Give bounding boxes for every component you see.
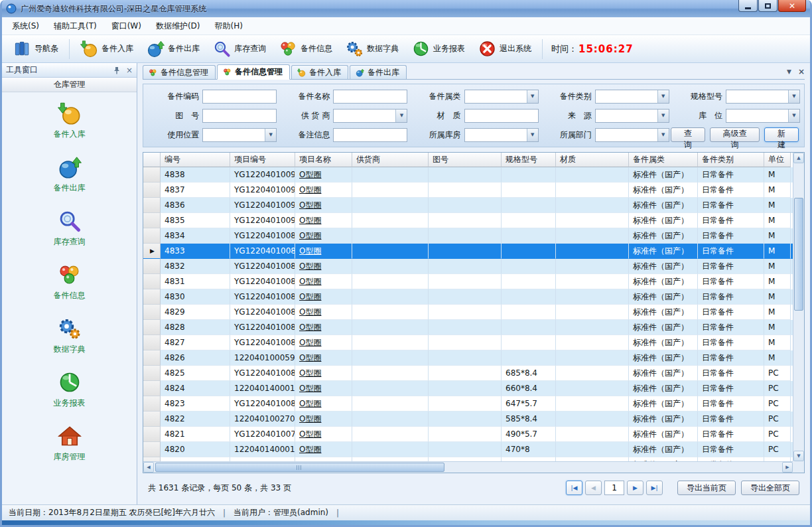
sidebar-item-data-dictionary[interactable]: 数据字典 [54,317,86,355]
maximize-button[interactable] [758,0,778,12]
table-row[interactable]: 4838YG12204010093O型圈标准件（国产）日常备件M [143,167,793,183]
material-input[interactable] [464,109,539,123]
chevron-down-icon[interactable]: ▼ [787,68,791,75]
department-select[interactable]: ▼ [595,128,669,142]
next-page-button[interactable]: ▶ [627,481,643,495]
spec-model-select[interactable]: ▼ [726,90,800,104]
menu-help[interactable]: 帮助(H) [208,17,250,35]
horizontal-scrollbar[interactable]: ◀ ▶ [143,461,793,473]
source-select[interactable]: ▼ [595,109,669,123]
table-row[interactable]: 48221220401002700O型圈585*8.4标准件（国产）日常备件PC [143,412,793,427]
location-select[interactable]: ▼ [726,109,800,123]
table-row[interactable]: 4837YG12204010092O型圈标准件（国产）日常备件M [143,183,793,198]
tab-parts-info-management-2[interactable]: 备件信息管理 [217,64,290,80]
tab-parts-in[interactable]: 备件入库 [291,65,348,79]
remark-input[interactable] [333,128,407,142]
drawing-no-input[interactable] [202,109,277,123]
minimize-button[interactable] [738,0,758,12]
advanced-query-button[interactable]: 高级查询 [710,127,760,142]
table-row[interactable]: 4829YG12204010084O型圈标准件（国产）日常备件M [143,305,793,320]
column-header[interactable]: 项目名称 [295,153,352,167]
table-row[interactable]: 4827YG12204010082O型圈标准件（国产）日常备件M [143,335,793,350]
table-row[interactable]: 4825YG12204010081O型圈685*8.4标准件（国产）日常备件PC [143,366,793,381]
parts-category-select[interactable]: ▼ [464,90,539,104]
column-header[interactable]: 项目编号 [230,153,295,167]
table-row[interactable]: 4823YG12204010080O型圈647*5.7标准件（国产）日常备件PC [143,396,793,412]
column-header[interactable]: 图号 [429,153,502,167]
toolbar-navbar-button[interactable]: 导航条 [7,38,64,60]
prev-page-button[interactable]: ◀ [585,481,602,495]
column-header[interactable]: 单位 [764,153,791,167]
column-header[interactable]: 备件属类 [629,153,698,167]
table-row[interactable]: 4830YG12204010085O型圈标准件（国产）日常备件M [143,289,793,305]
window-titlebar[interactable]: 广州爱奇迪软件科技有限公司-深田之星仓库管理系统 ✕ [2,0,810,17]
column-header[interactable]: 材质 [556,153,629,167]
toolbar-inventory-query-button[interactable]: 库存查询 [207,38,272,60]
tab-parts-out[interactable]: 备件出库 [350,65,407,79]
toolbar-parts-info-button[interactable]: 备件信息 [273,38,338,60]
scroll-right-icon[interactable]: ▶ [782,462,793,473]
menu-data-maintenance[interactable]: 数据维护(D) [149,17,208,35]
query-button[interactable]: 查询 [671,127,705,142]
cell [556,412,629,427]
table-row[interactable]: 48201220401400013O型圈470*8标准件（国产）日常备件PC [143,442,793,457]
close-button[interactable]: ✕ [778,0,806,12]
scrollbar-thumb[interactable] [155,463,444,472]
sidebar-item-inventory-query[interactable]: 库存查询 [54,209,86,248]
sidebar-item-warehouse-management[interactable]: 库房管理 [54,424,86,463]
close-icon[interactable]: × [126,66,133,75]
menu-aux-tools[interactable]: 辅助工具(T) [46,17,104,35]
column-header[interactable]: 备件类别 [698,153,764,167]
sidebar-item-parts-in[interactable]: 备件入库 [54,102,86,140]
sidebar-item-parts-info[interactable]: 备件信息 [54,263,86,301]
parts-type-select[interactable]: ▼ [595,90,669,104]
pin-icon[interactable] [113,66,121,74]
table-row[interactable]: 48241220401400012O型圈660*8.4标准件（国产）日常备件PC [143,381,793,396]
parts-code-input[interactable] [202,90,277,104]
column-header[interactable]: 供货商 [352,153,429,167]
table-row[interactable]: 4831YG12204010086O型圈标准件（国产）日常备件M [143,274,793,289]
table-row[interactable]: 4836YG12204010091O型圈标准件（国产）日常备件M [143,198,793,213]
menu-window[interactable]: 窗口(W) [104,17,149,35]
toolbar-business-report-button[interactable]: 业务报表 [406,38,471,60]
parts-info-icon [279,40,297,58]
toolbar-parts-out-button[interactable]: 备件出库 [141,38,206,60]
toolbar-data-dictionary-button[interactable]: 数据字典 [340,38,405,60]
scroll-up-icon[interactable]: ▲ [793,153,804,163]
sidebar-item-business-report[interactable]: 业务报表 [54,370,86,409]
last-page-button[interactable]: ▶| [646,481,663,495]
page-number-input[interactable] [604,481,624,495]
menu-system[interactable]: 系统(S) [5,17,46,35]
usage-position-select[interactable]: ▼ [202,128,277,142]
toolbar-exit-system-button[interactable]: 退出系统 [472,38,537,60]
scroll-down-icon[interactable]: ▼ [793,451,804,461]
table-row[interactable]: 4828YG12204010083O型圈标准件（国产）日常备件M [143,320,793,335]
scrollbar-track[interactable] [154,462,782,473]
cell: 标准件（国产） [629,381,698,396]
vertical-scrollbar[interactable]: ▲ ▼ [793,153,804,461]
parts-name-input[interactable] [333,90,407,104]
export-all-pages-button[interactable]: 导出全部页 [741,481,799,495]
inventory-query-icon [213,40,231,58]
table-row[interactable]: 48261220401000599O型圈标准件（国产）日常备件M [143,350,793,366]
tab-parts-info-management-1[interactable]: 备件信息管理 [143,65,216,79]
first-page-button[interactable]: |◀ [566,481,582,495]
export-current-page-button[interactable]: 导出当前页 [677,481,736,495]
column-header[interactable]: 规格型号 [502,153,556,167]
toolbar-parts-in-button[interactable]: 备件入库 [74,38,139,60]
supplier-select[interactable]: ▼ [333,109,407,123]
warehouse-select[interactable]: ▼ [464,128,539,142]
toolbar-label: 库存查询 [234,43,266,54]
scroll-left-icon[interactable]: ◀ [143,462,154,473]
table-row[interactable]: 4835YG12204010090O型圈标准件（国产）日常备件M [143,213,793,228]
scrollbar-track[interactable] [793,163,804,451]
table-row[interactable]: ▶4833YG12204010088O型圈标准件（国产）日常备件M [143,244,793,259]
table-row[interactable]: 4834YG12204010089O型圈标准件（国产）日常备件M [143,228,793,244]
new-button[interactable]: 新建 [764,127,799,142]
table-row[interactable]: 4821YG12204010079O型圈490*5.7标准件（国产）日常备件PC [143,427,793,442]
scrollbar-thumb[interactable] [794,198,803,311]
close-icon[interactable]: × [798,67,805,76]
sidebar-item-parts-out[interactable]: 备件出库 [54,155,86,194]
table-row[interactable]: 4832YG12204010087O型圈标准件（国产）日常备件M [143,259,793,274]
column-header[interactable]: 编号 [161,153,230,167]
